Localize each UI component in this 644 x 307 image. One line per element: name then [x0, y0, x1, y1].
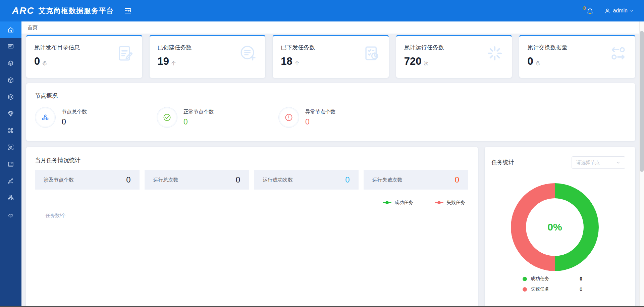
- monthly-stat-total-runs: 运行总次数 0: [145, 170, 249, 190]
- node-normal-circle: [157, 107, 177, 128]
- legend-success-tasks[interactable]: 成功任务: [383, 200, 413, 206]
- node-abnormal-item: 异常节点个数 0: [278, 107, 400, 128]
- donut-legend-success[interactable]: 成功任务 0: [523, 276, 582, 282]
- molecule-icon: [7, 177, 14, 185]
- spinner-icon: [485, 44, 504, 63]
- legend-marker-red: [435, 202, 443, 203]
- notification-bell-button[interactable]: 0: [583, 7, 594, 15]
- node-total-item: 节点总个数 0: [35, 107, 157, 128]
- content: 累计发布目录信息 0 条 已创建任务数 19 个: [21, 34, 644, 307]
- breadcrumb-bar: 首页: [21, 21, 644, 34]
- stat-card-created-tasks: 已创建任务数 19 个: [150, 35, 266, 78]
- sidebar-item-tasks[interactable]: [0, 122, 21, 139]
- monthly-stats-row: 涉及节点个数 0 运行总次数 0 运行成功次数 0 运行失败次数 0: [35, 170, 468, 190]
- stat-card-dispatched-tasks: 已下发任务数 18 个: [273, 35, 389, 78]
- scan-target-icon: [7, 144, 14, 151]
- sidebar-item-archive[interactable]: [0, 156, 21, 172]
- stat-card-unit: 条: [536, 60, 540, 66]
- app-header: ARC 艾克尚枢数据服务平台 0 admin: [0, 0, 644, 21]
- bell-icon: [586, 7, 594, 15]
- donut-legend-failed[interactable]: 失败任务 0: [523, 286, 582, 292]
- box-gear-icon: [7, 93, 14, 101]
- monthly-stat-value: 0: [345, 175, 350, 185]
- user-menu[interactable]: admin: [604, 7, 634, 14]
- task-donut-chart: 0%: [511, 183, 599, 271]
- chevron-down-icon: [630, 9, 634, 13]
- task-stats-title: 任务统计: [491, 158, 514, 166]
- monthly-stat-value: 0: [126, 175, 130, 185]
- legend-marker-green: [383, 202, 391, 203]
- legend-failed-tasks[interactable]: 失败任务: [435, 200, 465, 206]
- sidebar-nav: [0, 21, 21, 307]
- app-title: 艾克尚枢数据服务平台: [39, 6, 114, 15]
- sidebar-item-data-network[interactable]: [0, 72, 21, 89]
- user-name: admin: [613, 8, 628, 14]
- node-normal-item: 正常节点个数 0: [157, 107, 278, 128]
- stat-card-value: 0: [34, 55, 40, 67]
- breadcrumb[interactable]: 首页: [28, 24, 38, 31]
- sidebar-item-assets[interactable]: [0, 105, 21, 122]
- layers-icon: [7, 60, 14, 67]
- monthly-stat-nodes: 涉及节点个数 0: [35, 170, 140, 190]
- clipboard-clock-icon: [362, 44, 381, 63]
- home-icon: [7, 26, 14, 34]
- donut-center-percent: 0%: [547, 221, 562, 233]
- vertical-scrollbar[interactable]: [639, 21, 644, 307]
- exchange-arrows-icon: [608, 44, 628, 63]
- monthly-stat-value: 0: [455, 175, 459, 185]
- stat-card-row: 累计发布目录信息 0 条 已创建任务数 19 个: [26, 35, 635, 78]
- stat-card-unit: 个: [295, 60, 300, 66]
- sidebar-item-alerts[interactable]: [0, 206, 21, 223]
- sidebar-item-topology[interactable]: [0, 189, 21, 206]
- sidebar-item-layers[interactable]: [0, 55, 21, 72]
- monthly-stat-label: 运行总次数: [153, 177, 178, 183]
- donut-hole: 0%: [526, 198, 584, 256]
- document-list-icon: [7, 43, 14, 50]
- legend-label: 成功任务: [394, 200, 413, 206]
- stat-card-unit: 条: [42, 60, 47, 66]
- stat-card-value: 19: [158, 55, 169, 67]
- sidebar-item-resource[interactable]: [0, 89, 21, 105]
- gem-icon: [7, 110, 14, 117]
- sidebar-item-monitor[interactable]: [0, 139, 21, 156]
- scrollbar-thumb[interactable]: [640, 31, 644, 172]
- node-select-dropdown[interactable]: 请选择节点: [572, 156, 625, 169]
- stat-card-unit: 个: [171, 60, 176, 66]
- sidebar-item-catalog[interactable]: [0, 38, 21, 55]
- command-icon: [7, 127, 14, 134]
- monthly-task-title: 当月任务情况统计: [35, 156, 468, 164]
- alarm-bell-icon: [7, 211, 14, 218]
- node-total-label: 节点总个数: [62, 109, 87, 115]
- stat-card-unit: 次: [424, 60, 429, 66]
- node-abnormal-circle: [278, 107, 299, 128]
- node-normal-label: 正常节点个数: [183, 109, 214, 115]
- node-total-value: 0: [62, 117, 87, 126]
- donut-legend-label: 失败任务: [531, 286, 549, 292]
- sitemap-icon: [7, 194, 14, 201]
- monthly-stat-value: 0: [236, 175, 240, 185]
- y-axis-line: [58, 223, 58, 307]
- document-edit-icon: [115, 44, 135, 63]
- stat-card-published-catalog: 累计发布目录信息 0 条: [26, 35, 142, 78]
- user-icon: [604, 7, 611, 14]
- legend-dot-red: [523, 287, 527, 292]
- node-overview-title: 节点概况: [35, 92, 626, 100]
- archive-box-icon: [7, 160, 14, 168]
- bottom-row: 当月任务情况统计 涉及节点个数 0 运行总次数 0 运行成功次数 0: [26, 147, 635, 307]
- y-axis-label: 任务数/个: [46, 213, 66, 219]
- cluster-nodes-icon: [41, 113, 50, 122]
- check-circle-icon: [162, 113, 172, 122]
- node-overview-panel: 节点概况 节点总个数 0: [26, 83, 635, 141]
- stat-card-value: 18: [281, 55, 292, 67]
- monthly-stat-label: 运行失败次数: [372, 177, 402, 183]
- legend-label: 失败任务: [446, 200, 465, 206]
- donut-legend: 成功任务 0 失败任务 0: [523, 276, 582, 292]
- sidebar-item-home[interactable]: [0, 21, 21, 38]
- chart-legend: 成功任务 失败任务: [35, 200, 468, 206]
- sidebar-item-exchange[interactable]: [0, 172, 21, 189]
- main-area: 首页 累计发布目录信息 0 条 已创建任务数 19 个: [21, 21, 644, 307]
- donut-legend-label: 成功任务: [531, 276, 549, 282]
- donut-legend-value: 0: [580, 287, 582, 292]
- collapse-sidebar-icon[interactable]: [123, 6, 132, 15]
- list-plus-icon: [238, 44, 258, 63]
